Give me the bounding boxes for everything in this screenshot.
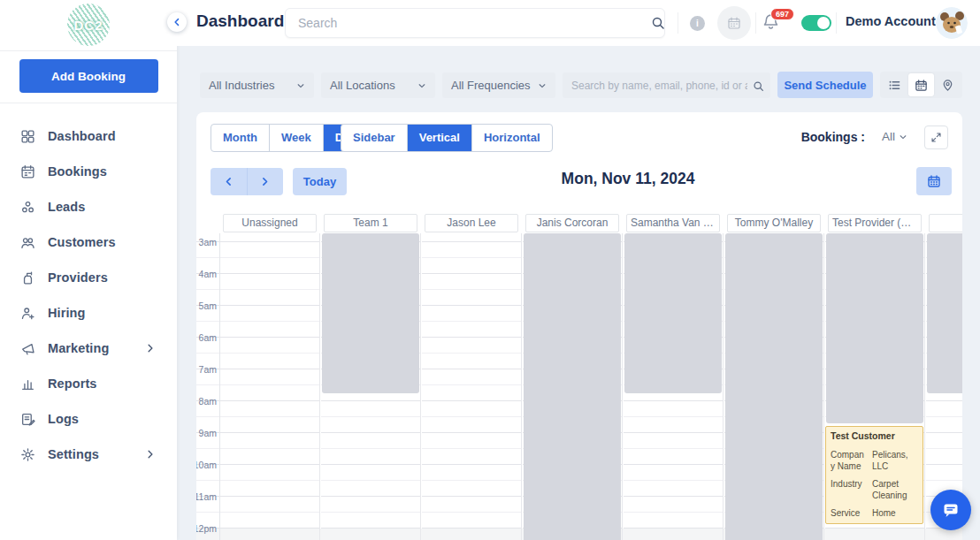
sidebar-item-label: Logs: [48, 412, 79, 426]
schedule-column[interactable]: [624, 233, 724, 540]
sidebar-item-marketing[interactable]: Marketing: [0, 331, 177, 366]
main-content: All Industries All Locations All Frequen…: [177, 46, 980, 540]
booking-field-row: ServiceHome: [831, 507, 918, 519]
global-search-input[interactable]: [285, 8, 665, 38]
sidebar-item-logs[interactable]: Logs: [0, 401, 177, 437]
page-title: Dashboard: [196, 11, 284, 31]
sidebar-item-label: Customers: [48, 235, 116, 249]
divider: [0, 103, 177, 103]
calendar-icon: [915, 79, 928, 92]
provider-column-header[interactable]: Tommy O'Malley: [727, 214, 821, 232]
chat-icon: [941, 500, 961, 520]
search-icon: [651, 16, 665, 34]
sidebar-item-label: Dashboard: [48, 129, 116, 143]
date-picker-button[interactable]: [916, 167, 952, 195]
provider-column-header[interactable]: Unassigned: [223, 214, 317, 232]
sidebar-item-settings[interactable]: Settings: [0, 437, 177, 472]
customers-icon: [19, 234, 35, 250]
time-label: 3am: [199, 237, 217, 247]
calendar-view-button[interactable]: [908, 73, 935, 96]
info-icon[interactable]: i: [690, 16, 705, 31]
calendar-icon: [927, 174, 941, 188]
map-view-button[interactable]: [934, 73, 961, 96]
sidebar-item-leads[interactable]: Leads: [0, 189, 177, 224]
leads-icon: [19, 199, 35, 215]
sidebar-item-hiring[interactable]: Hiring: [0, 295, 177, 331]
tab-week[interactable]: Week: [269, 125, 323, 151]
provider-column-header[interactable]: Test Provider (Also ...: [828, 214, 922, 232]
sidebar-item-label: Providers: [48, 270, 108, 285]
time-label: 5am: [199, 300, 217, 311]
notifications-bell-icon[interactable]: 697: [762, 13, 782, 33]
schedule-column[interactable]: [724, 233, 824, 540]
list-view-button[interactable]: [882, 73, 908, 96]
calendar-sync-icon[interactable]: [717, 6, 751, 40]
calendar-card: MonthWeekDay SidebarVerticalHorizontal B…: [196, 112, 962, 540]
chat-fab-button[interactable]: [930, 490, 971, 530]
app-root: DC2 Add Booking DashboardBookingsLeadsCu…: [0, 0, 980, 540]
send-schedule-button[interactable]: Send Schedule: [777, 72, 873, 98]
booking-card[interactable]: Test CustomerCompany NamePelicans, LLCIn…: [825, 426, 923, 524]
busy-block: [322, 233, 419, 393]
customer-search-input[interactable]: [563, 72, 770, 98]
layout-tabs: SidebarVerticalHorizontal: [341, 124, 553, 152]
time-label: 12pm: [196, 523, 217, 534]
sidebar-item-reports[interactable]: Reports: [0, 366, 177, 401]
sidebar: DC2 Add Booking DashboardBookingsLeadsCu…: [0, 0, 177, 540]
locations-filter-dropdown[interactable]: All Locations: [321, 72, 435, 98]
busy-block: [524, 233, 621, 540]
frequencies-filter-dropdown[interactable]: All Frequencies: [442, 72, 555, 98]
industries-filter-dropdown[interactable]: All Industries: [200, 72, 314, 98]
schedule-column[interactable]: [321, 233, 421, 540]
add-booking-button[interactable]: Add Booking: [19, 59, 158, 93]
toggle-knob: [817, 17, 830, 29]
busy-block: [624, 233, 722, 393]
booking-field-label: Company Name: [831, 449, 868, 472]
sidebar-item-bookings[interactable]: Bookings: [0, 154, 177, 189]
industries-filter-value: All Industries: [209, 79, 274, 92]
reports-icon: [19, 376, 35, 392]
schedule-column[interactable]: Test CustomerCompany NamePelicans, LLCIn…: [825, 233, 925, 540]
tab-sidebar[interactable]: Sidebar: [341, 125, 407, 151]
chevron-right-icon: [145, 343, 156, 354]
provider-column-header[interactable]: Janis Corcoran: [525, 214, 619, 232]
provider-column-header[interactable]: Jason Lee: [425, 214, 518, 232]
dashboard-icon: [19, 128, 35, 144]
sidebar-item-label: Settings: [48, 447, 99, 461]
bookings-filter-dropdown[interactable]: All: [882, 130, 907, 143]
sidebar-item-label: Marketing: [48, 341, 109, 355]
view-switcher: [880, 72, 962, 98]
sidebar-item-providers[interactable]: Providers: [0, 260, 177, 295]
schedule-column[interactable]: [523, 233, 623, 540]
marketing-icon: [19, 340, 35, 356]
provider-column-header[interactable]: Ja...: [929, 214, 962, 232]
availability-toggle[interactable]: [801, 15, 831, 31]
notification-count-badge: 697: [770, 8, 794, 20]
sidebar-nav: DashboardBookingsLeadsCustomersProviders…: [0, 118, 177, 472]
next-day-button[interactable]: [247, 168, 284, 195]
provider-column-header[interactable]: Samantha Van Brau...: [626, 214, 720, 232]
tab-month[interactable]: Month: [211, 125, 269, 151]
fullscreen-button[interactable]: [924, 125, 948, 149]
booking-customer-name: Test Customer: [831, 430, 918, 443]
search-icon: [753, 80, 764, 95]
tab-vertical[interactable]: Vertical: [407, 125, 471, 151]
provider-column-header[interactable]: Team 1: [324, 214, 417, 232]
date-nav: [211, 168, 283, 195]
sidebar-item-customers[interactable]: Customers: [0, 224, 177, 260]
chevron-right-icon: [145, 449, 156, 460]
schedule-column[interactable]: [220, 233, 320, 540]
tab-horizontal[interactable]: Horizontal: [471, 125, 552, 151]
prev-day-button[interactable]: [211, 168, 247, 195]
account-menu[interactable]: Demo Account: [846, 14, 951, 28]
sidebar-item-label: Reports: [48, 376, 97, 391]
sidebar-collapse-button[interactable]: [167, 12, 187, 32]
avatar[interactable]: [936, 7, 968, 39]
sidebar-item-label: Hiring: [48, 306, 86, 320]
sidebar-item-dashboard[interactable]: Dashboard: [0, 118, 177, 154]
booking-field-row: IndustryCarpet Cleaning: [831, 478, 918, 501]
customer-search-wrap: [563, 72, 770, 98]
frequencies-filter-value: All Frequencies: [451, 79, 531, 92]
busy-block: [725, 233, 823, 540]
schedule-column[interactable]: [422, 233, 522, 540]
